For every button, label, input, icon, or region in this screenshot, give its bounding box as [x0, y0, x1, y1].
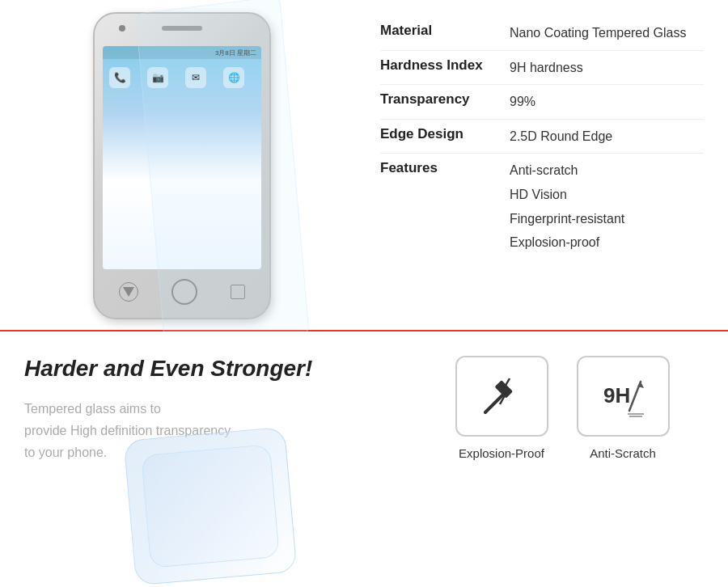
svg-line-0	[485, 392, 506, 412]
phone-screen: 3月8日 星期二 📞 📷 ✉ 🌐	[103, 46, 261, 269]
feature-anti-scratch: Anti-scratch	[510, 160, 624, 181]
spec-row-transparency: Transparency 99%	[380, 85, 704, 120]
anti-scratch-label: Anti-Scratch	[590, 446, 656, 460]
spec-label-hardness: Hardness Index	[380, 57, 510, 74]
phone-camera-icon	[119, 25, 125, 32]
spec-row-material: Material Nano Coating Tempered Glass	[380, 16, 704, 51]
spec-value-transparency: 99%	[510, 91, 535, 112]
bottom-right: Explosion-Proof 9H Anti-Scratch	[404, 332, 728, 587]
spec-label-edge: Edge Design	[380, 126, 510, 142]
spec-row-hardness: Hardness Index 9H hardness	[380, 51, 704, 86]
feature-explosion: Explosion-proof	[510, 232, 624, 253]
app-icon-browser: 🌐	[223, 67, 244, 88]
spec-value-edge: 2.5D Round Edge	[510, 126, 612, 147]
spec-row-edge: Edge Design 2.5D Round Edge	[380, 120, 704, 154]
bottom-left: Harder and Even Stronger! Tempered glass…	[0, 332, 404, 587]
spec-label-features: Features	[380, 160, 510, 176]
spec-label-transparency: Transparency	[380, 91, 510, 108]
svg-text:9H: 9H	[603, 383, 630, 408]
spec-value-material: Nano Coating Tempered Glass	[510, 23, 687, 44]
explosion-icon	[477, 372, 526, 420]
phone-nav-bar	[103, 274, 261, 310]
feature-fingerprint: Fingerprint-resistant	[510, 209, 624, 230]
app-icon-phone: 📞	[109, 67, 130, 88]
app-icon-msg: ✉	[185, 67, 206, 88]
phone-speaker	[162, 26, 202, 31]
phone-mockup: 3月8日 星期二 📞 📷 ✉ 🌐	[93, 12, 271, 319]
top-section: 3月8日 星期二 📞 📷 ✉ 🌐	[0, 0, 728, 332]
scratch-icon: 9H	[599, 372, 647, 420]
spec-value-features: Anti-scratch HD Vision Fingerprint-resis…	[510, 160, 624, 252]
spec-row-features: Features Anti-scratch HD Vision Fingerpr…	[380, 154, 704, 259]
explosion-proof-icon-box	[455, 356, 548, 437]
feature-card-scratch: 9H Anti-Scratch	[570, 356, 675, 460]
anti-scratch-icon-box: 9H	[577, 356, 670, 437]
screen-icons: 📞 📷 ✉ 🌐	[103, 59, 261, 96]
app-icon-camera: 📷	[147, 67, 168, 88]
explosion-proof-label: Explosion-Proof	[459, 446, 544, 460]
nav-back-btn	[119, 282, 138, 302]
section-title: Harder and Even Stronger!	[24, 356, 380, 382]
nav-home-btn	[171, 279, 197, 305]
statusbar-text: 3月8日 星期二	[215, 49, 256, 57]
glass-shape-inner	[141, 444, 280, 568]
phone-image-area: 3月8日 星期二 📞 📷 ✉ 🌐	[0, 0, 364, 332]
nav-recent-btn	[231, 285, 245, 299]
spec-label-material: Material	[380, 23, 510, 39]
screen-statusbar: 3月8日 星期二	[103, 46, 261, 59]
feature-card-explosion: Explosion-Proof	[449, 356, 554, 460]
bottom-section: Harder and Even Stronger! Tempered glass…	[0, 332, 728, 587]
feature-hd-vision: HD Vision	[510, 184, 624, 205]
specs-area: Material Nano Coating Tempered Glass Har…	[364, 0, 728, 332]
glass-phone-illustration	[113, 433, 307, 587]
phone-body: 3月8日 星期二 📞 📷 ✉ 🌐	[93, 12, 271, 319]
spec-value-hardness: 9H hardness	[510, 57, 583, 78]
